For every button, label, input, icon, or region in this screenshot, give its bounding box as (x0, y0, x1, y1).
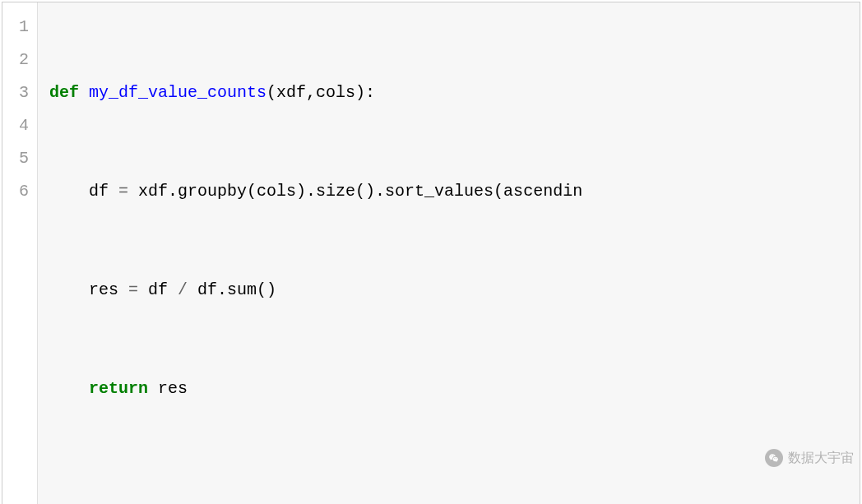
operator: = (118, 182, 128, 201)
params: (xdf,cols): (266, 83, 375, 102)
code-line: def my_df_value_counts(xdf,cols): (49, 76, 848, 109)
line-number: 6 (19, 175, 29, 208)
operator: / (178, 280, 188, 299)
code-text: df.sum() (188, 280, 276, 299)
wechat-icon (765, 449, 783, 467)
code-line: res = df / df.sum() (49, 274, 848, 307)
watermark: 数据大宇宙 (765, 449, 854, 467)
code-line: return res (49, 372, 848, 405)
operator: = (128, 280, 138, 299)
line-number: 1 (19, 11, 29, 44)
code-line: df = xdf.groupby(cols).size().sort_value… (49, 175, 848, 208)
keyword-return: return (89, 379, 148, 398)
code-text: xdf.groupby(cols).size().sort_values(asc… (128, 182, 582, 201)
code-block: 1 2 3 4 5 6 def my_df_value_counts(xdf,c… (2, 2, 860, 504)
line-number: 2 (19, 44, 29, 76)
code-text: df (49, 182, 118, 201)
function-name: my_df_value_counts (89, 83, 266, 102)
line-number: 3 (19, 76, 29, 109)
line-number: 5 (19, 142, 29, 175)
watermark-text: 数据大宇宙 (788, 450, 854, 467)
code-area[interactable]: def my_df_value_counts(xdf,cols): df = x… (38, 2, 860, 504)
code-text: df (138, 280, 178, 299)
line-number-gutter: 1 2 3 4 5 6 (2, 2, 38, 504)
keyword-def: def (49, 83, 79, 102)
line-number: 4 (19, 109, 29, 142)
code-line (49, 471, 848, 504)
code-text: res (49, 280, 128, 299)
code-text: res (148, 379, 188, 398)
indent (49, 379, 89, 398)
